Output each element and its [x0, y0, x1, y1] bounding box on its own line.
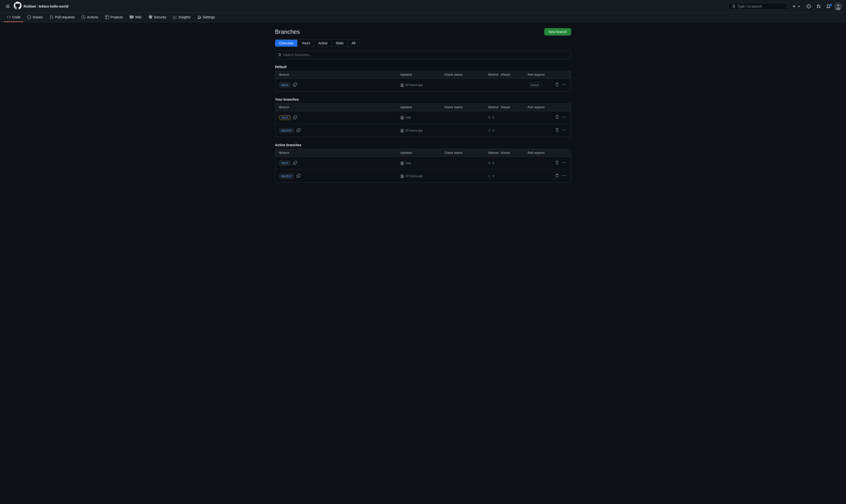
global-search-placeholder: Type / to search [737, 4, 762, 8]
copy-branch-test[interactable] [293, 115, 298, 121]
code-icon [7, 15, 11, 19]
more-test-button[interactable] [561, 114, 567, 121]
copy-icon [293, 83, 297, 87]
svg-point-1 [837, 4, 840, 6]
notifications-button[interactable] [825, 3, 832, 9]
updated-time-test: now [406, 116, 411, 119]
branch-tag-test[interactable]: test [279, 115, 290, 120]
more-active-master-button[interactable] [561, 173, 567, 180]
avatar-mini-active-master [400, 174, 404, 178]
branch-search-icon [278, 53, 281, 57]
global-search[interactable]: Type / to search [728, 3, 787, 10]
search-icon [732, 4, 736, 8]
graph-nav-icon [173, 15, 177, 19]
delete-active-test-button[interactable] [554, 160, 560, 166]
new-branch-button[interactable]: New branch [544, 28, 571, 36]
more-options-button[interactable] [561, 82, 567, 88]
branches-header: Branches New branch [275, 28, 571, 36]
breadcrumb-user[interactable]: Rolika4 [23, 4, 36, 8]
issues-button[interactable] [805, 3, 813, 9]
more-active-test-button[interactable] [561, 160, 567, 166]
svg-point-4 [402, 84, 403, 85]
svg-point-7 [402, 116, 403, 118]
branch-tag-main[interactable]: main [279, 83, 290, 87]
avatar-mini-test [400, 115, 404, 120]
branch-tag-master[interactable]: master [279, 128, 294, 133]
section-yours-title: Your branches [275, 97, 571, 102]
hamburger-button[interactable] [4, 3, 12, 9]
tab-code[interactable]: Code [4, 13, 23, 22]
header-updated-active: Updated [400, 151, 444, 155]
branch-name-cell-active-test: test [279, 160, 400, 166]
branch-tag-active-master[interactable]: master [279, 174, 294, 179]
row-actions-master [554, 127, 567, 134]
tab-issues[interactable]: Issues [24, 13, 45, 22]
github-logo[interactable] [14, 2, 21, 11]
yours-table-header: Branch Updated Check status Behind Ahead… [275, 104, 571, 111]
breadcrumb-repo[interactable]: tekton-hello-world [39, 4, 68, 8]
copy-active-test[interactable] [293, 160, 298, 166]
delete-master-button[interactable] [554, 127, 560, 134]
tab-security[interactable]: Security [145, 13, 169, 22]
pull-request-master [528, 127, 567, 134]
updated-cell-active-test: now [400, 161, 444, 165]
header-branch-active: Branch [279, 151, 400, 155]
pull-request-active-test [528, 160, 567, 166]
default-branch-table: Branch Updated Check status Behind Ahead… [275, 71, 571, 92]
header-check-status: Check status [444, 73, 489, 76]
branch-search-input[interactable] [275, 51, 571, 59]
plus-button[interactable] [790, 3, 803, 9]
trash-icon [555, 115, 559, 119]
row-actions-active-master [554, 173, 567, 180]
copy-icon [297, 128, 300, 132]
header-behind-ahead: Behind Ahead [489, 73, 528, 76]
updated-cell: 20 hours ago [400, 83, 444, 87]
filter-tab-active[interactable]: Active [314, 40, 332, 47]
tab-settings[interactable]: Settings [194, 13, 218, 22]
repo-nav: Code Issues Pull requests Actions Projec… [0, 13, 846, 22]
section-default-title: Default [275, 65, 571, 69]
copy-branch-main[interactable] [293, 82, 298, 88]
pullrequest-button[interactable] [815, 3, 823, 9]
header-pr-active: Pull request [528, 151, 567, 155]
tab-pull-requests[interactable]: Pull requests [47, 13, 78, 22]
svg-point-5 [401, 86, 403, 87]
branch-tag-active-test[interactable]: test [279, 161, 290, 165]
header-pull-request: Pull request [528, 73, 567, 76]
updated-cell-active-master: 20 hours ago [400, 174, 444, 178]
chevron-down-icon [797, 4, 801, 8]
delete-test-button[interactable] [554, 114, 560, 121]
svg-point-11 [401, 131, 403, 132]
updated-time: 20 hours ago [406, 83, 423, 87]
tab-insights[interactable]: Insights [170, 13, 193, 22]
filter-tab-yours[interactable]: Yours [298, 40, 314, 47]
copy-active-master[interactable] [296, 174, 301, 179]
svg-point-13 [402, 162, 403, 163]
avatar[interactable] [834, 2, 842, 10]
active-table-header: Branch Updated Check status Behind Ahead… [275, 149, 571, 157]
filter-tab-overview[interactable]: Overview [275, 40, 298, 47]
branch-name-cell: main [279, 82, 400, 88]
plus-icon [792, 4, 796, 8]
kebab-icon [562, 83, 566, 87]
header-branch-yours: Branch [279, 106, 400, 109]
svg-point-17 [401, 177, 403, 178]
updated-time-master: 20 hours ago [406, 129, 423, 132]
table-row: master 20 hours ago 1 0 [275, 124, 571, 137]
tab-actions[interactable]: Actions [79, 13, 101, 22]
pr-nav-icon [50, 15, 53, 19]
kebab-icon [562, 174, 566, 178]
filter-tab-stale[interactable]: Stale [332, 40, 348, 47]
pull-request-active-master [528, 173, 567, 180]
trash-icon [555, 174, 559, 178]
filter-tab-all[interactable]: All [348, 40, 359, 47]
delete-active-master-button[interactable] [554, 173, 560, 180]
more-master-button[interactable] [561, 127, 567, 134]
tab-projects[interactable]: Projects [102, 13, 126, 22]
header-branch: Branch [279, 73, 400, 76]
delete-branch-button[interactable] [554, 82, 560, 88]
header-pr-yours: Pull request [528, 106, 567, 109]
header-check-active: Check status [444, 151, 489, 155]
tab-wiki[interactable]: Wiki [127, 13, 144, 22]
copy-branch-master[interactable] [296, 128, 301, 133]
